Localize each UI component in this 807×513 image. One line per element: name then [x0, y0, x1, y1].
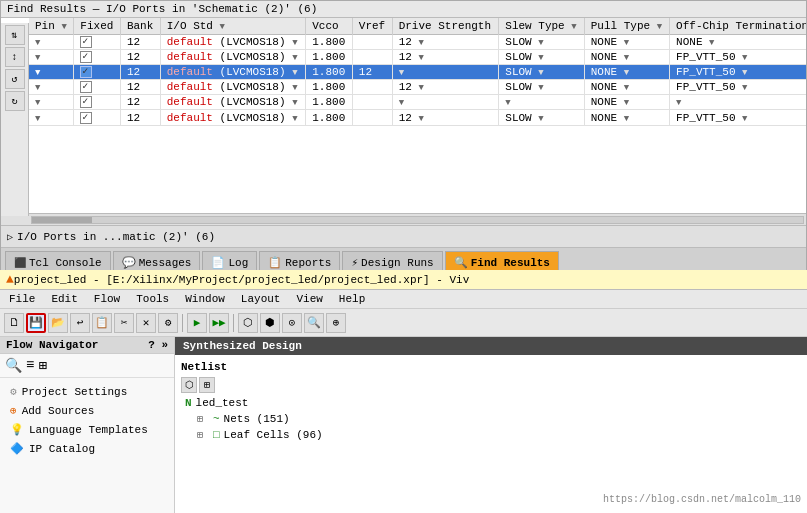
toolbar-btn-3[interactable]: ↺ [5, 69, 25, 89]
col-vcco: Vcco [306, 18, 353, 35]
copy-button[interactable]: 📋 [92, 313, 112, 333]
prog-button[interactable]: ⊙ [282, 313, 302, 333]
add-sources-icon: ⊕ [10, 404, 17, 417]
table-row[interactable]: ▼ 12 default (LVCMOS18) ▼ 1.800 12 ▼ SLO… [29, 35, 806, 50]
panel-title-bar: Find Results — I/O Ports in 'Schematic (… [1, 1, 806, 18]
netlist-toolbar: ⬡ ⊞ [181, 375, 801, 395]
main-toolbar: 🗋 💾 📂 ↩ 📋 ✂ ✕ ⚙ ▶ ▶▶ ⬡ ⬢ ⊙ 🔍 ⊕ [0, 309, 807, 337]
flow-nav-hint[interactable]: ? » [148, 339, 168, 351]
nav-item-label: IP Catalog [29, 443, 95, 455]
tab-label: Log [228, 257, 248, 269]
menu-file[interactable]: File [6, 292, 38, 306]
run-all-button[interactable]: ▶▶ [209, 313, 229, 333]
table-row[interactable]: ▼ 12 default (LVCMOS18) ▼ 1.800 12 ▼ SLO… [29, 50, 806, 65]
col-pull: Pull Type ▼ [584, 18, 669, 35]
table-row[interactable]: ▼ 12 default (LVCMOS18) ▼ 1.800 ▼ ▼ NONE… [29, 95, 806, 110]
expand-cells-icon[interactable]: ⊞ [197, 429, 209, 441]
col-pin: Pin ▼ [29, 18, 74, 35]
search-nav-icon[interactable]: 🔍 [4, 356, 23, 375]
tree-item-label: Nets (151) [224, 413, 290, 425]
col-bank: Bank [120, 18, 160, 35]
bottom-section: ▲ project_led - [E:/Xilinx/MyProject/pro… [0, 270, 807, 513]
tab-label: Design Runs [361, 257, 434, 269]
col-termination: Off-Chip Termination ▼ [670, 18, 806, 35]
settings-button[interactable]: ⚙ [158, 313, 178, 333]
zoom-button[interactable]: ⊕ [326, 313, 346, 333]
tree-item-label: Leaf Cells (96) [224, 429, 323, 441]
tree-node-icon: N [185, 397, 192, 409]
impl-button[interactable]: ⬢ [260, 313, 280, 333]
app-title: project_led - [E:/Xilinx/MyProject/proje… [14, 274, 469, 286]
cells-icon: □ [213, 429, 220, 441]
tab-label: Messages [139, 257, 192, 269]
netlist-icon-2[interactable]: ⊞ [199, 377, 215, 393]
open-button[interactable]: 📂 [48, 313, 68, 333]
app-title-bar: ▲ project_led - [E:/Xilinx/MyProject/pro… [0, 270, 807, 290]
flow-nav-header: Flow Navigator ? » [0, 337, 174, 354]
flow-navigator: Flow Navigator ? » 🔍 ≡ ⊞ ⚙ Project Setti… [0, 337, 175, 513]
menu-tools[interactable]: Tools [133, 292, 172, 306]
nav-add-sources[interactable]: ⊕ Add Sources [0, 401, 174, 420]
status-bar: ▷ I/O Ports in ...matic (2)' (6) [1, 225, 806, 247]
col-vref: Vref [352, 18, 392, 35]
content-area: Flow Navigator ? » 🔍 ≡ ⊞ ⚙ Project Setti… [0, 337, 807, 513]
netlist-section: Netlist ⬡ ⊞ N led_test ⊞ ~ [175, 355, 807, 447]
nav-language-templates[interactable]: 💡 Language Templates [0, 420, 174, 439]
undo-button[interactable]: ↩ [70, 313, 90, 333]
save-button[interactable]: 💾 [26, 313, 46, 333]
scrollbar-thumb[interactable] [32, 217, 92, 223]
toolbar-btn-1[interactable]: ⇅ [5, 25, 25, 45]
flow-nav-toolbar: 🔍 ≡ ⊞ [0, 354, 174, 378]
toolbar-btn-4[interactable]: ↻ [5, 91, 25, 111]
menu-help[interactable]: Help [336, 292, 368, 306]
tree-item-nets[interactable]: ⊞ ~ Nets (151) [181, 411, 801, 427]
synth-button[interactable]: ⬡ [238, 313, 258, 333]
nav-item-label: Add Sources [22, 405, 95, 417]
toolbar-btn-2[interactable]: ↕ [5, 47, 25, 67]
find-results-panel: Find Results — I/O Ports in 'Schematic (… [0, 0, 807, 270]
tab-label: Find Results [471, 257, 550, 269]
settings-nav-icon: ⚙ [10, 385, 17, 398]
tree-item-leaf-cells[interactable]: ⊞ □ Leaf Cells (96) [181, 427, 801, 443]
lang-templates-icon: 💡 [10, 423, 24, 436]
col-drive: Drive Strength [392, 18, 499, 35]
io-ports-table-wrapper[interactable]: Pin ▼ Fixed Bank I/O Std ▼ Vcco Vref Dri… [29, 18, 806, 213]
flow-nav-items: ⚙ Project Settings ⊕ Add Sources 💡 Langu… [0, 378, 174, 508]
ip-catalog-icon: 🔷 [10, 442, 24, 455]
nets-icon: ~ [213, 413, 220, 425]
collapse-icon[interactable]: ≡ [25, 356, 35, 375]
synthesized-design-title: Synthesized Design [183, 340, 302, 352]
messages-icon: 💬 [122, 256, 136, 269]
log-icon: 📄 [211, 256, 225, 269]
menu-flow[interactable]: Flow [91, 292, 123, 306]
netlist-label: Netlist [181, 361, 227, 373]
status-text: I/O Ports in ...matic (2)' (6) [17, 231, 215, 243]
expand-icon[interactable]: ⊞ [37, 356, 47, 375]
tree-item-led-test[interactable]: N led_test [181, 395, 801, 411]
run-button[interactable]: ▶ [187, 313, 207, 333]
scrollbar-track[interactable] [31, 216, 804, 224]
separator-2 [233, 314, 234, 332]
menu-view[interactable]: View [293, 292, 325, 306]
expand-nets-icon[interactable]: ⊞ [197, 413, 209, 425]
nav-project-settings[interactable]: ⚙ Project Settings [0, 382, 174, 401]
nav-item-label: Project Settings [22, 386, 128, 398]
col-io-std: I/O Std ▼ [160, 18, 306, 35]
table-row[interactable]: ▼ 12 default (LVCMOS18) ▼ 1.800 12 ▼ SLO… [29, 80, 806, 95]
cut-button[interactable]: ✂ [114, 313, 134, 333]
table-row-selected[interactable]: ▼ 12 default (LVCMOS18) ▼ 1.800 12 ▼ SLO… [29, 65, 806, 80]
tab-label: Reports [285, 257, 331, 269]
nav-ip-catalog[interactable]: 🔷 IP Catalog [0, 439, 174, 458]
horizontal-scrollbar[interactable] [1, 213, 806, 225]
netlist-icon-1[interactable]: ⬡ [181, 377, 197, 393]
search-button[interactable]: 🔍 [304, 313, 324, 333]
table-row[interactable]: ▼ 12 default (LVCMOS18) ▼ 1.800 12 ▼ SLO… [29, 110, 806, 125]
menu-window[interactable]: Window [182, 292, 228, 306]
panel-title: Find Results — I/O Ports in 'Schematic (… [7, 3, 317, 15]
delete-button[interactable]: ✕ [136, 313, 156, 333]
synthesized-design-header: Synthesized Design [175, 337, 807, 355]
menu-edit[interactable]: Edit [48, 292, 80, 306]
reports-icon: 📋 [268, 256, 282, 269]
menu-layout[interactable]: Layout [238, 292, 284, 306]
new-button[interactable]: 🗋 [4, 313, 24, 333]
